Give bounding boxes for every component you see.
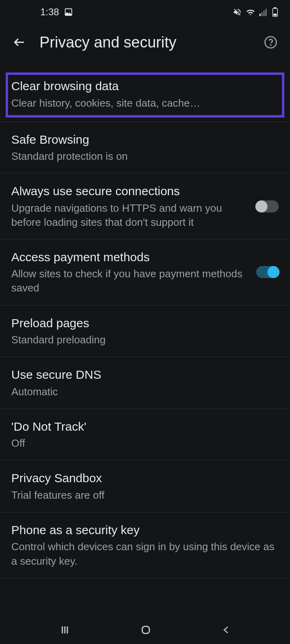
preload-pages-row[interactable]: Preload pages Standard preloading: [0, 305, 290, 357]
phone-security-key-row[interactable]: Phone as a security key Control which de…: [0, 512, 290, 578]
status-left: 1:38: [40, 6, 73, 18]
row-subtitle: Off: [11, 436, 279, 450]
wifi-icon: [246, 8, 255, 16]
battery-icon: [272, 7, 278, 17]
clear-browsing-data-row[interactable]: Clear browsing data Clear history, cooki…: [6, 72, 284, 118]
page-title: Privacy and security: [39, 34, 251, 51]
svg-point-9: [270, 45, 271, 45]
do-not-track-row[interactable]: 'Do Not Track' Off: [0, 409, 290, 461]
toggle-knob: [255, 200, 267, 213]
secure-dns-row[interactable]: Use secure DNS Automatic: [0, 357, 290, 409]
row-title: Always use secure connections: [11, 183, 248, 200]
payment-methods-toggle[interactable]: [256, 266, 279, 278]
image-icon: [64, 8, 73, 17]
nav-bar: [0, 616, 290, 644]
home-icon[interactable]: [140, 624, 152, 636]
row-subtitle: Standard protection is on: [11, 149, 279, 163]
row-title: Clear browsing data: [11, 78, 279, 95]
row-subtitle: Allow sites to check if you have payment…: [11, 267, 248, 295]
svg-rect-13: [142, 626, 149, 634]
safe-browsing-row[interactable]: Safe Browsing Standard protection is on: [0, 122, 290, 174]
back-nav-icon[interactable]: [221, 624, 231, 636]
svg-rect-3: [263, 10, 265, 16]
settings-list: Clear browsing data Clear history, cooki…: [0, 60, 290, 578]
mute-icon: [233, 8, 242, 17]
row-subtitle: Control which devices can sign in by usi…: [11, 540, 279, 568]
secure-connections-toggle[interactable]: [256, 200, 279, 213]
back-icon[interactable]: [11, 34, 27, 50]
row-subtitle: Automatic: [11, 385, 279, 399]
row-title: Safe Browsing: [11, 132, 279, 148]
svg-rect-2: [261, 12, 263, 16]
row-subtitle: Clear history, cookies, site data, cache…: [11, 96, 279, 110]
payment-methods-row[interactable]: Access payment methods Allow sites to ch…: [0, 239, 290, 305]
status-bar: 1:38: [0, 0, 290, 24]
status-time: 1:38: [40, 6, 59, 18]
help-icon[interactable]: [263, 34, 279, 50]
svg-rect-1: [259, 14, 261, 16]
row-title: Use secure DNS: [11, 367, 279, 383]
row-subtitle: Trial features are off: [11, 488, 279, 502]
privacy-sandbox-row[interactable]: Privacy Sandbox Trial features are off: [0, 460, 290, 512]
row-title: Phone as a security key: [11, 522, 279, 539]
status-right: [233, 7, 278, 17]
svg-rect-4: [265, 9, 267, 16]
row-subtitle: Standard preloading: [11, 333, 279, 347]
header: Privacy and security: [0, 24, 290, 60]
svg-rect-7: [273, 14, 277, 16]
toggle-knob: [267, 266, 280, 278]
secure-connections-row[interactable]: Always use secure connections Upgrade na…: [0, 173, 290, 239]
row-subtitle: Upgrade navigations to HTTPS and warn yo…: [11, 201, 248, 229]
row-title: Access payment methods: [11, 249, 248, 266]
row-title: Preload pages: [11, 315, 279, 332]
row-title: Privacy Sandbox: [11, 470, 279, 487]
signal-icon: [259, 8, 268, 16]
row-title: 'Do Not Track': [11, 419, 279, 435]
recents-icon[interactable]: [59, 624, 71, 636]
